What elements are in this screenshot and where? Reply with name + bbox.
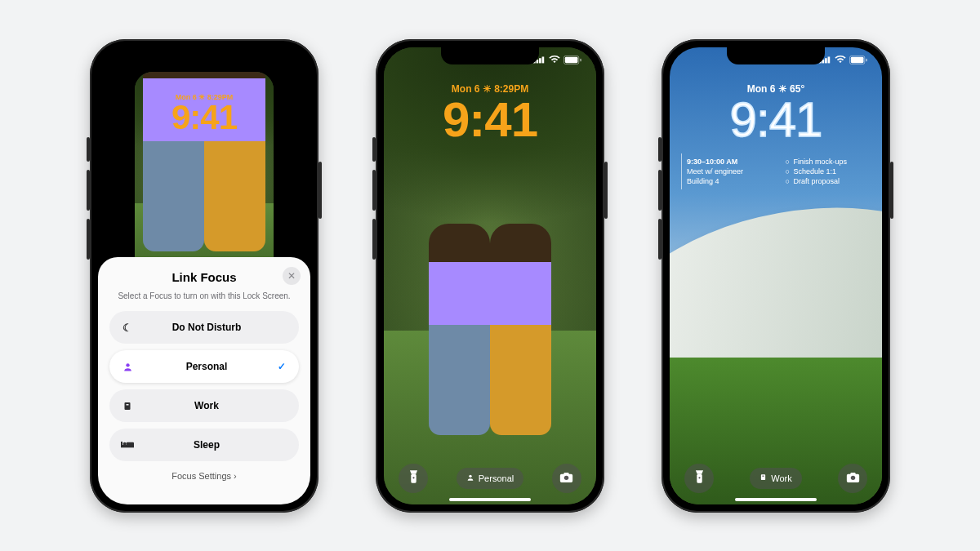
option-label: Sleep [142,439,287,451]
phone-lockscreen-work: Mon 6 ☀︎ 65° 9:41 9:30–10:00 AM Meet w/ … [662,39,890,513]
volume-down-button[interactable] [658,219,662,260]
svg-rect-8 [537,60,539,63]
svg-point-26 [698,477,700,478]
lockscreen-bottom-bar: Work [670,464,882,493]
lockscreen-time: 9:41 [384,91,596,148]
battery-icon [564,56,581,64]
person-icon [121,362,134,372]
screen[interactable]: Mon 6 ☀︎ 8:29PM 9:41 Personal [384,47,596,504]
volume-down-button[interactable] [372,219,376,260]
screen: Mon 6 ☀︎ 8:29PM 9:41 ✕ Link Focus Select… [98,47,310,504]
battery-icon [849,56,867,64]
close-icon: ✕ [287,270,296,282]
focus-option-sleep[interactable]: Sleep [109,429,299,461]
home-indicator[interactable] [735,498,817,501]
flashlight-button[interactable] [399,464,428,493]
svg-point-29 [850,475,854,479]
phone-lockscreen-personal: Mon 6 ☀︎ 8:29PM 9:41 Personal [376,39,604,513]
option-label: Do Not Disturb [142,322,287,333]
focus-pill-label: Personal [479,473,514,483]
svg-rect-19 [822,60,825,63]
lockscreen-time: 9:41 [670,91,882,148]
svg-rect-10 [542,56,545,63]
svg-point-17 [564,475,568,479]
volume-up-button[interactable] [372,170,376,211]
power-button[interactable] [318,162,322,219]
power-button[interactable] [890,162,893,219]
svg-rect-24 [866,58,867,61]
svg-rect-27 [761,474,765,480]
focus-pill-label: Work [771,473,791,483]
focus-pill[interactable]: Personal [457,468,523,489]
focus-settings-link[interactable]: Focus Settings [109,468,299,481]
mute-switch[interactable] [658,137,662,162]
camera-button[interactable] [552,464,581,493]
svg-rect-4 [121,442,122,447]
svg-point-15 [412,477,414,478]
svg-rect-6 [127,442,134,446]
focus-option-work[interactable]: Work [109,389,299,422]
notch [441,47,539,64]
notch [155,47,253,64]
wifi-icon [835,56,846,64]
focus-pill[interactable]: Work [750,468,801,489]
sheet-subtitle: Select a Focus to turn on with this Lock… [109,291,299,301]
svg-rect-1 [125,402,131,410]
link-text: Focus Settings [172,471,231,481]
bed-icon [121,440,134,450]
event-title: Meet w/ engineer [687,167,768,176]
svg-rect-20 [825,58,827,63]
focus-option-personal[interactable]: Personal [109,350,299,383]
flashlight-button[interactable] [684,464,714,493]
badge-icon [760,473,767,483]
option-label: Personal [142,361,287,372]
svg-rect-2 [127,404,129,406]
camera-icon [559,471,573,486]
reminder-item: Draft proposal [786,176,866,186]
volume-up-button[interactable] [658,170,662,211]
focus-option-dnd[interactable]: ☾ Do Not Disturb [109,311,299,344]
moon-icon: ☾ [121,322,134,334]
home-indicator[interactable] [449,498,531,501]
lockscreen-bottom-bar: Personal [384,464,596,493]
option-label: Work [142,400,287,411]
wifi-icon [549,56,560,64]
svg-point-16 [469,474,471,477]
lockscreen-time: 9:41 [135,98,274,137]
flashlight-icon [409,469,418,487]
calendar-widget[interactable]: 9:30–10:00 AM Meet w/ engineer Building … [681,153,773,189]
svg-point-5 [123,442,127,446]
event-location: Building 4 [687,176,768,186]
screen[interactable]: Mon 6 ☀︎ 65° 9:41 9:30–10:00 AM Meet w/ … [670,47,882,504]
reminders-widget[interactable]: Finish mock-ups Schedule 1:1 Draft propo… [781,153,871,189]
volume-down-button[interactable] [87,219,90,260]
svg-rect-12 [565,56,578,62]
mute-switch[interactable] [87,137,90,162]
volume-up-button[interactable] [87,170,90,211]
phone-link-focus: Mon 6 ☀︎ 8:29PM 9:41 ✕ Link Focus Select… [90,39,318,513]
flashlight-icon [695,469,704,487]
mute-switch[interactable] [372,137,376,162]
event-time: 9:30–10:00 AM [687,157,768,167]
camera-button[interactable] [838,464,867,493]
svg-rect-21 [828,56,831,63]
reminder-item: Schedule 1:1 [786,167,866,176]
lockscreen-widgets: 9:30–10:00 AM Meet w/ engineer Building … [681,153,871,189]
svg-rect-9 [539,58,541,63]
notch [727,47,825,64]
lockscreen-preview-card[interactable]: Mon 6 ☀︎ 8:29PM 9:41 [135,72,274,284]
reminder-item: Finish mock-ups [786,157,866,167]
power-button[interactable] [604,162,608,219]
svg-rect-13 [580,58,581,61]
svg-point-0 [126,363,129,367]
person-icon [466,473,474,483]
svg-rect-28 [763,476,764,477]
badge-icon [121,401,134,411]
svg-rect-23 [851,56,864,62]
close-button[interactable]: ✕ [283,267,301,285]
camera-icon [846,471,860,486]
link-focus-sheet: ✕ Link Focus Select a Focus to turn on w… [98,257,310,504]
sheet-title: Link Focus [109,270,299,284]
